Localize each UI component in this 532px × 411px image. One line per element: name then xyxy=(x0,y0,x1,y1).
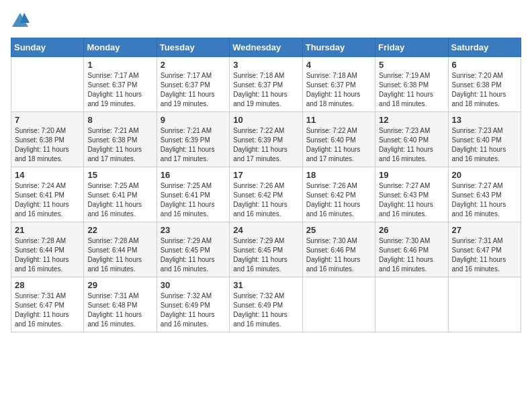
day-info: Sunrise: 7:18 AMSunset: 6:37 PMDaylight:… xyxy=(306,71,371,109)
day-info: Sunrise: 7:24 AMSunset: 6:41 PMDaylight:… xyxy=(15,181,80,219)
day-number: 30 xyxy=(161,280,226,290)
calendar-week-2: 14Sunrise: 7:24 AMSunset: 6:41 PMDayligh… xyxy=(11,167,521,222)
calendar-cell: 6Sunrise: 7:20 AMSunset: 6:38 PMDaylight… xyxy=(448,57,521,112)
day-number: 21 xyxy=(15,225,80,235)
day-info: Sunrise: 7:25 AMSunset: 6:41 PMDaylight:… xyxy=(161,181,226,219)
calendar-cell: 21Sunrise: 7:28 AMSunset: 6:44 PMDayligh… xyxy=(11,222,84,277)
col-header-sunday: Sunday xyxy=(11,38,84,57)
calendar-cell: 27Sunrise: 7:31 AMSunset: 6:47 PMDayligh… xyxy=(448,222,521,277)
day-number: 7 xyxy=(15,115,80,125)
calendar-cell: 19Sunrise: 7:27 AMSunset: 6:43 PMDayligh… xyxy=(375,167,448,222)
calendar-table: SundayMondayTuesdayWednesdayThursdayFrid… xyxy=(11,38,521,332)
calendar-cell: 24Sunrise: 7:29 AMSunset: 6:45 PMDayligh… xyxy=(230,222,302,277)
calendar-cell: 2Sunrise: 7:17 AMSunset: 6:37 PMDaylight… xyxy=(157,57,229,112)
logo xyxy=(11,11,32,30)
col-header-tuesday: Tuesday xyxy=(157,38,229,57)
day-number: 13 xyxy=(452,115,517,125)
calendar-cell xyxy=(11,57,84,112)
calendar-cell: 23Sunrise: 7:29 AMSunset: 6:45 PMDayligh… xyxy=(157,222,229,277)
day-number: 1 xyxy=(87,60,152,70)
day-info: Sunrise: 7:25 AMSunset: 6:41 PMDaylight:… xyxy=(87,181,152,219)
day-number: 23 xyxy=(161,225,226,235)
day-info: Sunrise: 7:19 AMSunset: 6:38 PMDaylight:… xyxy=(379,71,444,109)
calendar-cell: 5Sunrise: 7:19 AMSunset: 6:38 PMDaylight… xyxy=(375,57,448,112)
day-info: Sunrise: 7:30 AMSunset: 6:46 PMDaylight:… xyxy=(379,236,444,274)
day-number: 22 xyxy=(87,225,152,235)
calendar-week-0: 1Sunrise: 7:17 AMSunset: 6:37 PMDaylight… xyxy=(11,57,521,112)
day-number: 15 xyxy=(87,170,152,180)
calendar-cell: 16Sunrise: 7:25 AMSunset: 6:41 PMDayligh… xyxy=(157,167,229,222)
day-number: 14 xyxy=(15,170,80,180)
calendar-cell: 4Sunrise: 7:18 AMSunset: 6:37 PMDaylight… xyxy=(302,57,375,112)
calendar-week-4: 28Sunrise: 7:31 AMSunset: 6:47 PMDayligh… xyxy=(11,277,521,332)
day-number: 11 xyxy=(306,115,371,125)
day-info: Sunrise: 7:32 AMSunset: 6:49 PMDaylight:… xyxy=(161,291,226,329)
calendar-week-3: 21Sunrise: 7:28 AMSunset: 6:44 PMDayligh… xyxy=(11,222,521,277)
calendar-cell xyxy=(448,277,521,332)
day-info: Sunrise: 7:29 AMSunset: 6:45 PMDaylight:… xyxy=(233,236,298,274)
day-number: 9 xyxy=(161,115,226,125)
calendar-cell: 22Sunrise: 7:28 AMSunset: 6:44 PMDayligh… xyxy=(84,222,157,277)
calendar-cell: 18Sunrise: 7:26 AMSunset: 6:42 PMDayligh… xyxy=(302,167,375,222)
day-number: 12 xyxy=(379,115,444,125)
day-info: Sunrise: 7:28 AMSunset: 6:44 PMDaylight:… xyxy=(15,236,80,274)
day-number: 26 xyxy=(379,225,444,235)
calendar-cell: 28Sunrise: 7:31 AMSunset: 6:47 PMDayligh… xyxy=(11,277,84,332)
calendar-cell: 14Sunrise: 7:24 AMSunset: 6:41 PMDayligh… xyxy=(11,167,84,222)
calendar-cell: 29Sunrise: 7:31 AMSunset: 6:48 PMDayligh… xyxy=(84,277,157,332)
day-info: Sunrise: 7:21 AMSunset: 6:38 PMDaylight:… xyxy=(87,126,152,164)
day-info: Sunrise: 7:17 AMSunset: 6:37 PMDaylight:… xyxy=(87,71,152,109)
day-info: Sunrise: 7:17 AMSunset: 6:37 PMDaylight:… xyxy=(161,71,226,109)
col-header-saturday: Saturday xyxy=(448,38,521,57)
col-header-thursday: Thursday xyxy=(302,38,375,57)
page-container: SundayMondayTuesdayWednesdayThursdayFrid… xyxy=(0,0,532,339)
day-number: 2 xyxy=(161,60,226,70)
day-info: Sunrise: 7:26 AMSunset: 6:42 PMDaylight:… xyxy=(233,181,298,219)
day-number: 19 xyxy=(379,170,444,180)
calendar-cell: 11Sunrise: 7:22 AMSunset: 6:40 PMDayligh… xyxy=(302,112,375,167)
day-number: 24 xyxy=(233,225,298,235)
calendar-cell: 20Sunrise: 7:27 AMSunset: 6:43 PMDayligh… xyxy=(448,167,521,222)
calendar-cell: 9Sunrise: 7:21 AMSunset: 6:39 PMDaylight… xyxy=(157,112,229,167)
calendar-cell: 10Sunrise: 7:22 AMSunset: 6:39 PMDayligh… xyxy=(230,112,302,167)
day-info: Sunrise: 7:29 AMSunset: 6:45 PMDaylight:… xyxy=(161,236,226,274)
calendar-cell: 8Sunrise: 7:21 AMSunset: 6:38 PMDaylight… xyxy=(84,112,157,167)
day-number: 4 xyxy=(306,60,371,70)
calendar-cell: 30Sunrise: 7:32 AMSunset: 6:49 PMDayligh… xyxy=(157,277,229,332)
day-info: Sunrise: 7:30 AMSunset: 6:46 PMDaylight:… xyxy=(306,236,371,274)
calendar-week-1: 7Sunrise: 7:20 AMSunset: 6:38 PMDaylight… xyxy=(11,112,521,167)
day-number: 18 xyxy=(306,170,371,180)
calendar-cell: 12Sunrise: 7:23 AMSunset: 6:40 PMDayligh… xyxy=(375,112,448,167)
day-number: 27 xyxy=(452,225,517,235)
day-number: 6 xyxy=(452,60,517,70)
day-number: 31 xyxy=(233,280,298,290)
calendar-cell: 3Sunrise: 7:18 AMSunset: 6:37 PMDaylight… xyxy=(230,57,302,112)
logo-icon xyxy=(11,11,30,30)
calendar-cell xyxy=(375,277,448,332)
day-info: Sunrise: 7:31 AMSunset: 6:47 PMDaylight:… xyxy=(452,236,517,274)
day-info: Sunrise: 7:27 AMSunset: 6:43 PMDaylight:… xyxy=(379,181,444,219)
day-number: 20 xyxy=(452,170,517,180)
day-info: Sunrise: 7:20 AMSunset: 6:38 PMDaylight:… xyxy=(452,71,517,109)
calendar-cell: 25Sunrise: 7:30 AMSunset: 6:46 PMDayligh… xyxy=(302,222,375,277)
day-number: 25 xyxy=(306,225,371,235)
day-info: Sunrise: 7:26 AMSunset: 6:42 PMDaylight:… xyxy=(306,181,371,219)
day-number: 8 xyxy=(87,115,152,125)
calendar-cell xyxy=(302,277,375,332)
day-info: Sunrise: 7:23 AMSunset: 6:40 PMDaylight:… xyxy=(379,126,444,164)
calendar-cell: 7Sunrise: 7:20 AMSunset: 6:38 PMDaylight… xyxy=(11,112,84,167)
day-number: 3 xyxy=(233,60,298,70)
day-info: Sunrise: 7:20 AMSunset: 6:38 PMDaylight:… xyxy=(15,126,80,164)
day-info: Sunrise: 7:23 AMSunset: 6:40 PMDaylight:… xyxy=(452,126,517,164)
day-number: 17 xyxy=(233,170,298,180)
day-info: Sunrise: 7:18 AMSunset: 6:37 PMDaylight:… xyxy=(233,71,298,109)
day-info: Sunrise: 7:22 AMSunset: 6:40 PMDaylight:… xyxy=(306,126,371,164)
day-info: Sunrise: 7:27 AMSunset: 6:43 PMDaylight:… xyxy=(452,181,517,219)
col-header-wednesday: Wednesday xyxy=(230,38,302,57)
day-info: Sunrise: 7:21 AMSunset: 6:39 PMDaylight:… xyxy=(161,126,226,164)
day-number: 16 xyxy=(161,170,226,180)
day-number: 28 xyxy=(15,280,80,290)
day-info: Sunrise: 7:32 AMSunset: 6:49 PMDaylight:… xyxy=(233,291,298,329)
header-row xyxy=(11,11,521,30)
col-header-monday: Monday xyxy=(84,38,157,57)
